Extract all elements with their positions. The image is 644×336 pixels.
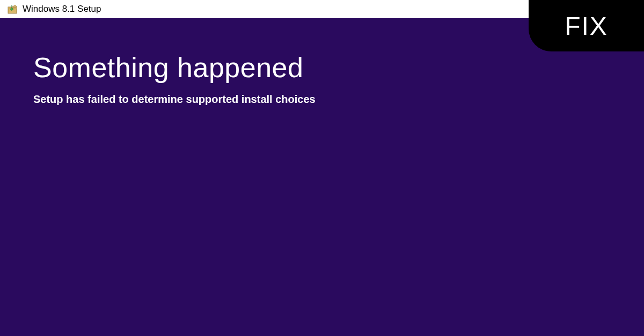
fix-badge: FIX <box>529 0 644 51</box>
window-title: Windows 8.1 Setup <box>23 4 101 14</box>
setup-error-panel: Something happened Setup has failed to d… <box>0 18 644 336</box>
error-message: Setup has failed to determine supported … <box>33 93 644 106</box>
fix-badge-label: FIX <box>565 11 608 41</box>
error-heading: Something happened <box>33 51 644 84</box>
setup-box-icon <box>8 4 17 14</box>
